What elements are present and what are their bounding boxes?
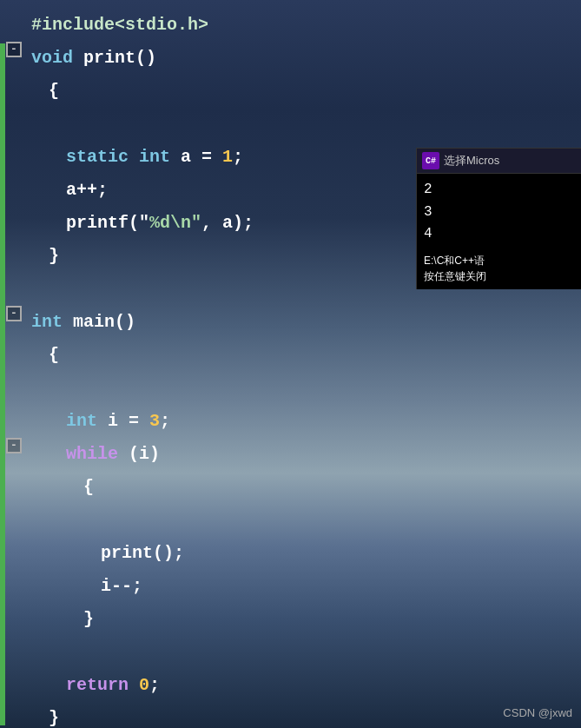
code-line-open3: { bbox=[0, 471, 581, 504]
code-line-void-print: -void print() bbox=[0, 42, 581, 75]
token: print bbox=[83, 48, 135, 68]
token: (" bbox=[129, 213, 149, 233]
token: int bbox=[31, 312, 73, 332]
token: { bbox=[49, 345, 59, 365]
token: %d\n" bbox=[149, 213, 201, 233]
token: #include<stdio.h> bbox=[31, 15, 208, 35]
code-line-print-call: print(); bbox=[0, 537, 581, 570]
token: ; bbox=[160, 411, 170, 431]
token: = bbox=[201, 147, 222, 167]
token: 3 bbox=[149, 411, 160, 431]
code-content-i-dec: i--; bbox=[97, 570, 581, 603]
token: printf bbox=[66, 213, 129, 233]
token: () bbox=[115, 312, 135, 332]
token: i-- bbox=[101, 576, 132, 596]
token: while bbox=[66, 444, 129, 464]
code-editor: #include<stdio.h>-void print(){static in… bbox=[0, 0, 581, 728]
code-line-include: #include<stdio.h> bbox=[0, 9, 581, 42]
code-content-include: #include<stdio.h> bbox=[28, 9, 581, 42]
code-content-open1: { bbox=[45, 75, 581, 108]
code-content-close3: } bbox=[80, 603, 581, 636]
code-content-int-main: int main() bbox=[28, 306, 581, 339]
code-line-blank1 bbox=[0, 108, 581, 141]
code-line-close2: } bbox=[0, 702, 581, 728]
token: main bbox=[73, 312, 115, 332]
terminal-header: C# 选择Micros bbox=[417, 149, 581, 174]
code-content-close2: } bbox=[45, 702, 581, 728]
code-line-close3: } bbox=[0, 603, 581, 636]
token: print bbox=[101, 543, 153, 563]
code-content-int-i: int i = 3; bbox=[63, 405, 581, 438]
code-line-i-dec: i--; bbox=[0, 570, 581, 603]
token: (); bbox=[153, 543, 184, 563]
token: a++ bbox=[66, 180, 97, 200]
token: ; bbox=[149, 675, 160, 695]
code-content-while: while (i) bbox=[63, 438, 581, 471]
info-line-2: 按任意键关闭 bbox=[424, 268, 574, 284]
terminal-info: E:\C和C++语 按任意键关闭 bbox=[424, 253, 574, 284]
token: int bbox=[139, 147, 181, 167]
token: a bbox=[181, 147, 201, 167]
token: { bbox=[49, 81, 59, 101]
code-line-return: return 0; bbox=[0, 669, 581, 702]
info-line-1: E:\C和C++语 bbox=[424, 253, 574, 268]
code-line-while: -while (i) bbox=[0, 438, 581, 471]
token: static bbox=[66, 147, 139, 167]
terminal-body: 2 3 4 E:\C和C++语 按任意键关闭 bbox=[417, 174, 581, 289]
token: (i) bbox=[129, 444, 160, 464]
output-line-3: 4 bbox=[424, 223, 574, 246]
terminal-icon: C# bbox=[422, 152, 439, 169]
token: } bbox=[49, 246, 59, 266]
token: int bbox=[66, 411, 108, 431]
code-content-void-print: void print() bbox=[28, 42, 581, 75]
green-bar-bottom bbox=[0, 300, 5, 725]
token: 1 bbox=[222, 147, 233, 167]
terminal-title: 选择Micros bbox=[444, 153, 499, 169]
token: } bbox=[83, 609, 94, 629]
token: , a); bbox=[201, 213, 254, 233]
code-content-print-call: print(); bbox=[97, 537, 581, 570]
csdn-watermark: CSDN @jxwd bbox=[503, 706, 572, 719]
output-line-2: 3 bbox=[424, 202, 574, 224]
code-line-blank3 bbox=[0, 372, 581, 405]
code-line-open2: { bbox=[0, 339, 581, 372]
code-line-int-main: -int main() bbox=[0, 306, 581, 339]
code-line-int-i: int i = 3; bbox=[0, 405, 581, 438]
token: ; bbox=[233, 147, 243, 167]
token: i bbox=[108, 411, 129, 431]
token: { bbox=[83, 477, 94, 497]
token: return bbox=[66, 675, 139, 695]
code-line-blank5 bbox=[0, 636, 581, 669]
terminal-popup: C# 选择Micros 2 3 4 E:\C和C++语 按任意键关闭 bbox=[416, 148, 581, 289]
code-line-blank4 bbox=[0, 504, 581, 537]
token: void bbox=[31, 48, 83, 68]
code-line-open1: { bbox=[0, 75, 581, 108]
output-line-1: 2 bbox=[424, 179, 574, 202]
token: () bbox=[135, 48, 156, 68]
code-content-open2: { bbox=[45, 339, 581, 372]
token: ; bbox=[97, 180, 108, 200]
token: 0 bbox=[139, 675, 149, 695]
token: ; bbox=[132, 576, 142, 596]
token: } bbox=[49, 708, 59, 728]
token: = bbox=[129, 411, 149, 431]
code-content-return: return 0; bbox=[63, 669, 581, 702]
code-content-open3: { bbox=[80, 471, 581, 504]
